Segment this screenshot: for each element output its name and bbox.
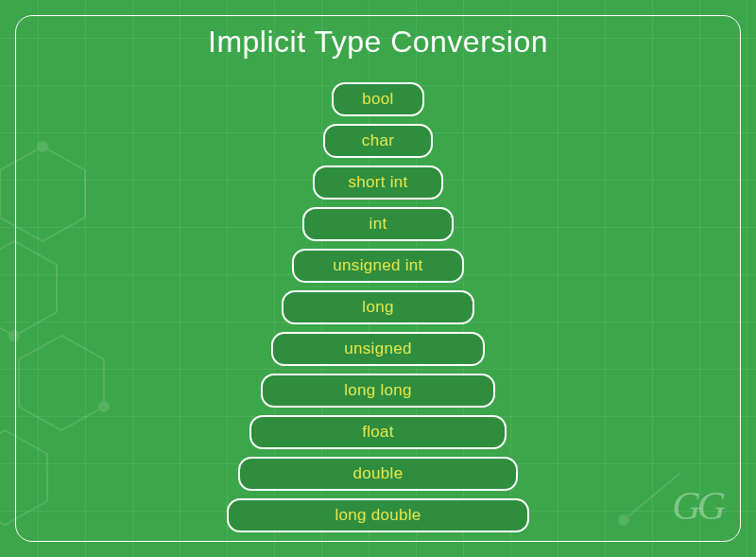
content-container: Implicit Type Conversion boolcharshort i… <box>0 0 756 557</box>
type-box-long-double: long double <box>227 498 529 532</box>
type-box-char: char <box>323 124 433 158</box>
type-pyramid: boolcharshort intintunsigned intlongunsi… <box>227 82 529 532</box>
diagram-title: Implicit Type Conversion <box>208 25 548 60</box>
type-box-long: long <box>282 290 474 324</box>
type-box-unsigned-int: unsigned int <box>292 249 464 283</box>
type-box-float: float <box>249 415 507 449</box>
type-box-int: int <box>302 207 454 241</box>
logo-watermark: GG <box>672 483 722 529</box>
type-box-short-int: short int <box>313 165 443 200</box>
type-box-bool: bool <box>332 82 424 116</box>
type-box-long-long: long long <box>261 374 495 408</box>
type-box-double: double <box>238 457 518 491</box>
type-box-unsigned: unsigned <box>271 332 485 366</box>
